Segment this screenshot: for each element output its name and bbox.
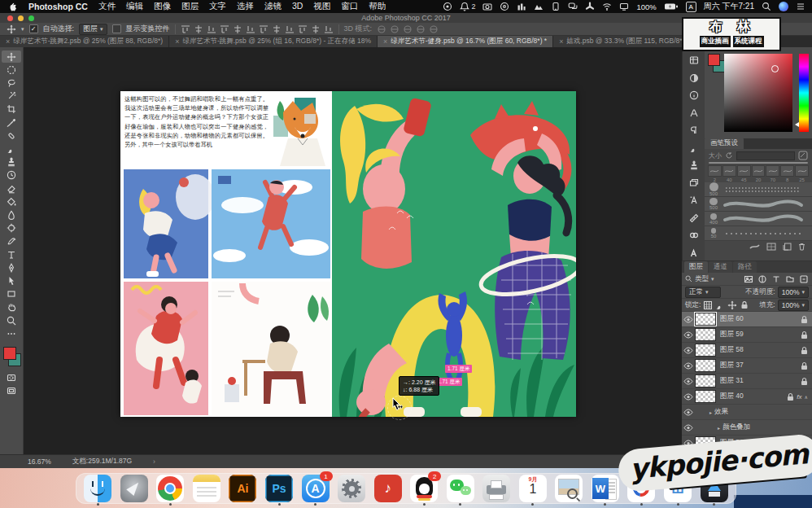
siri-icon[interactable] <box>779 2 788 11</box>
brush-tool[interactable] <box>2 142 21 155</box>
document-tab-1[interactable]: ×绿岸艺术节-跳舞2.psb @ 25% (图层 88, RGB/8*) <box>0 36 169 47</box>
menu-图层[interactable]: 图层 <box>181 1 199 12</box>
dock-item-preview[interactable] <box>555 475 583 502</box>
brush-preset-thumbnail[interactable]: 8 <box>780 165 794 182</box>
distribute-bottom-edges-icon[interactable] <box>285 24 295 34</box>
lock-pixels-icon[interactable] <box>715 300 724 309</box>
dock-item-netease-music[interactable]: ♪ <box>374 475 402 502</box>
paint-bucket-tool[interactable] <box>2 195 21 208</box>
screen-capture-icon[interactable] <box>482 2 492 11</box>
pixel-filter-icon[interactable] <box>744 274 753 284</box>
type-tool[interactable] <box>2 248 21 261</box>
collapse-fx-icon[interactable]: ∧ <box>805 394 808 400</box>
panel-icon-paragraph[interactable] <box>685 124 703 137</box>
move-tool[interactable] <box>2 50 21 63</box>
fill-dropdown[interactable]: 100% ▾ <box>778 300 809 311</box>
new-brush-icon[interactable] <box>783 243 792 251</box>
distribute-left-edges-icon[interactable] <box>298 24 308 34</box>
color-picker-marker[interactable] <box>771 65 779 72</box>
auto-select-checkbox[interactable]: ✓ <box>29 24 38 33</box>
close-tab-icon[interactable]: × <box>559 37 563 46</box>
3d-drag-icon[interactable] <box>403 24 413 34</box>
menubar-clock[interactable]: 周六 下午7:21 <box>704 1 754 12</box>
layer-name[interactable]: 图层 37 <box>720 361 801 370</box>
screen-mode-button[interactable] <box>2 384 21 396</box>
layer-visibility-icon[interactable] <box>682 347 695 354</box>
close-tab-icon[interactable]: × <box>6 37 10 46</box>
hand-tool[interactable] <box>2 301 21 313</box>
dock-item-illustrator[interactable]: Ai <box>229 475 256 502</box>
brush-size-value-box[interactable] <box>736 151 795 160</box>
menu-3D[interactable]: 3D <box>292 1 303 12</box>
align-horizontal-centers-icon[interactable] <box>233 24 242 34</box>
apple-menu-icon[interactable] <box>8 2 18 12</box>
lock-all-icon[interactable] <box>740 300 749 309</box>
layer-row-图层 60[interactable]: 图层 60 <box>682 312 812 327</box>
dock-item-calendar[interactable]: 9月1 <box>519 475 547 502</box>
layer-name[interactable]: 效果 <box>714 407 808 417</box>
dock-item-launchpad[interactable] <box>120 475 148 502</box>
dock-item-wechat[interactable] <box>447 475 474 502</box>
magic-wand-tool[interactable] <box>2 90 21 103</box>
panel-icon-adjustments[interactable] <box>685 72 703 85</box>
dock-item-qq[interactable]: 2 <box>410 475 438 502</box>
layer-row-效果[interactable]: ▸效果 <box>682 405 812 420</box>
marquee-tool[interactable] <box>2 64 21 76</box>
layer-thumbnail[interactable] <box>695 374 716 388</box>
align-right-edges-icon[interactable] <box>246 24 255 34</box>
brush-preset-thumbnail[interactable]: 45 <box>737 165 751 182</box>
panel-icon-brush-settings[interactable] <box>685 142 703 155</box>
brush-preset-thumbnail[interactable]: 40 <box>723 165 736 182</box>
type-filter-icon[interactable] <box>771 274 781 284</box>
layers-tab-路径[interactable]: 路径 <box>733 261 757 273</box>
align-top-edges-icon[interactable] <box>181 24 190 34</box>
align-bottom-edges-icon[interactable] <box>207 24 216 34</box>
align-vertical-centers-icon[interactable] <box>194 24 203 34</box>
menu-帮助[interactable]: 帮助 <box>369 1 386 12</box>
history-brush-tool[interactable] <box>2 169 21 182</box>
path-select-tool[interactable] <box>2 274 21 287</box>
buildings-icon[interactable] <box>517 2 526 11</box>
layer-name[interactable]: 图层 59 <box>720 330 801 339</box>
layer-visibility-icon[interactable] <box>682 362 695 370</box>
zoom-tool[interactable] <box>2 314 21 326</box>
expand-icon[interactable]: ▸ <box>718 425 720 431</box>
brush-panel-toggle-icon[interactable] <box>798 151 808 160</box>
foreground-color-swatch[interactable] <box>708 54 720 66</box>
distribute-vertical-centers-icon[interactable] <box>272 24 282 34</box>
brush-preset-thumbnail[interactable]: 2 <box>708 165 722 182</box>
layers-tab-通道[interactable]: 通道 <box>709 261 732 273</box>
layer-visibility-icon[interactable] <box>682 424 695 431</box>
distribute-horizontal-centers-icon[interactable] <box>311 24 321 34</box>
layer-name[interactable]: 图层 58 <box>720 345 801 355</box>
layer-name[interactable]: 图层 60 <box>720 314 801 324</box>
brush-preset-row[interactable]: 500 <box>705 182 812 197</box>
mountain-icon[interactable] <box>534 2 544 11</box>
layer-row-图层 31[interactable]: 图层 31 <box>682 374 812 389</box>
crop-tool[interactable] <box>2 103 21 116</box>
zoom-level[interactable]: 16.67% <box>28 458 51 466</box>
clone-stamp-tool[interactable] <box>2 156 21 169</box>
brush-preset-thumbnail[interactable]: 70 <box>766 165 779 182</box>
show-transform-checkbox[interactable] <box>112 24 121 33</box>
smudge-tool[interactable] <box>2 235 21 247</box>
brush-preset-row[interactable]: 50 <box>705 226 812 241</box>
dock-item-notes[interactable] <box>193 475 220 502</box>
dock-item-finder[interactable] <box>84 475 111 502</box>
menu-文件[interactable]: 文件 <box>98 1 116 12</box>
brush-size-slider[interactable] <box>709 162 808 164</box>
dock-item-system-preferences[interactable] <box>338 475 365 502</box>
pen-tool[interactable] <box>2 261 21 274</box>
input-method-icon[interactable]: A <box>686 2 696 12</box>
brush-preset-thumbnail[interactable]: 25 <box>795 165 809 182</box>
hue-slider-marker[interactable] <box>795 122 799 127</box>
fan-icon[interactable] <box>585 2 595 11</box>
dodge-tool[interactable] <box>2 222 21 234</box>
adjustment-filter-icon[interactable] <box>757 274 767 284</box>
bell-icon[interactable]: 2 <box>460 2 475 11</box>
saturation-brightness-field[interactable] <box>724 54 792 132</box>
layer-name[interactable]: 图层 31 <box>720 376 801 386</box>
layer-thumbnail[interactable] <box>695 359 716 372</box>
blend-mode-dropdown[interactable]: 正常 ▾ <box>685 287 721 298</box>
shape-filter-icon[interactable] <box>785 274 795 284</box>
